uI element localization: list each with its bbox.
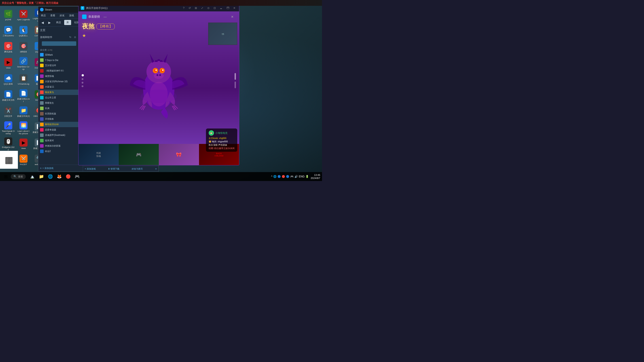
desktop-icon-0[interactable]: 🌿 pvZHE	[1, 7, 16, 23]
steam-window-title: Steam	[45, 8, 52, 11]
game-search-input[interactable]	[42, 41, 76, 46]
tray-icon-4[interactable]: 🔵	[286, 175, 289, 178]
tray-icon-1[interactable]: ^	[271, 175, 272, 178]
desktop-icon-15[interactable]: ▶ Veee	[1, 56, 16, 71]
clock-time: 13:46	[310, 173, 320, 177]
desktop-icon-25[interactable]: 📄 新建文本文档	[1, 88, 16, 104]
menu-store[interactable]: 商店	[40, 13, 47, 18]
refresh-btn[interactable]: ↻	[68, 35, 72, 39]
game-list-item-1[interactable]: 7 Days to Die	[38, 57, 83, 63]
download-btn[interactable]: ⬇ 管理下载	[108, 167, 120, 170]
desktop-icon-20[interactable]: ☁️ QQ云遊戏	[1, 72, 16, 88]
desktop-icon-10[interactable]: 🎯 腾讯游戏	[1, 40, 16, 55]
tencent-minimize-btn[interactable]: 🗕	[218, 6, 224, 10]
desktop-icon-6[interactable]: 🐧 QQ联系人	[16, 24, 31, 39]
game-list-item-16[interactable]: 猛兽派对	[38, 138, 83, 143]
tencent-box-btn[interactable]: ⊡	[212, 6, 217, 10]
reward-icon	[82, 14, 86, 19]
game-list-item-2[interactable]: 艾尔登法环	[38, 63, 83, 68]
tencent-refresh-btn[interactable]: ↺	[187, 6, 192, 10]
tab-library[interactable]: 库	[64, 20, 71, 25]
reward-close-btn[interactable]: ✕	[229, 14, 236, 19]
chat-text: 全天kook: xhg666 🐱 晚班: xhgpw666 枪女顶猫 声优甜妹 …	[209, 137, 234, 150]
tencent-expand-btn[interactable]: ⤢	[200, 6, 204, 10]
desktop-icon-35[interactable]: 🎤 TeamSpeak Overlay	[1, 120, 16, 136]
menu-view[interactable]: 查看	[50, 13, 56, 18]
expand-friends-btn[interactable]: +	[155, 167, 157, 170]
game-list-item-3[interactable]: 《暗黑破坏神® IV》	[38, 68, 83, 73]
tab-store[interactable]: 商店	[54, 20, 63, 25]
add-game-row[interactable]: + + 添加游戏	[38, 165, 83, 171]
taskbar-app-file-explorer[interactable]: 📁	[37, 173, 46, 181]
menu-games[interactable]: 游戏	[68, 13, 75, 18]
desktop-icon-26[interactable]: 📄 新建文档(1).txt	[16, 88, 31, 104]
game-list-item-10[interactable]: 饥渴	[38, 106, 83, 111]
settings-btn[interactable]: ⊙	[73, 35, 77, 39]
uncategorized-label: 未分类	[40, 48, 47, 52]
bottom-bar: + 添加游戏 ⬇ 管理下载 好友与群天 +	[83, 166, 158, 171]
add-game-footer-btn[interactable]: + 添加游戏	[85, 167, 96, 170]
game-list-item-8[interactable]: 过山车之星	[38, 95, 83, 100]
game-thumb-2[interactable]: 🎮	[119, 144, 159, 165]
tray-icon-3[interactable]: 🔴	[282, 175, 285, 178]
steam-tray-icon[interactable]: 🎮	[290, 175, 294, 178]
back-button[interactable]: ◀	[40, 20, 45, 25]
tencent-settings-btn[interactable]: ⊙	[206, 6, 211, 10]
desktop-icon-21[interactable]: 📋 VXGameLog	[16, 72, 31, 88]
desktop-icon-31[interactable]: 📁 新建文件夹(2)	[16, 104, 31, 120]
start-button[interactable]: ⊞	[2, 173, 10, 181]
dot-3[interactable]	[82, 82, 84, 84]
game-list-item-4[interactable]: 城堡惊魂	[38, 73, 83, 79]
forward-button[interactable]: ▶	[47, 20, 52, 25]
desktop-icon-36[interactable]: 🌅 Learn about this picture	[16, 120, 31, 136]
menu-friends[interactable]: 好友	[59, 13, 66, 18]
game-list-item-12[interactable]: 开营勤务	[38, 116, 83, 122]
game-list-item-18[interactable]: 命运2	[38, 149, 83, 154]
desktop-icon-40[interactable]: 🖱️ Endgame 2022	[1, 136, 16, 152]
desktop-icon-5[interactable]: 💬 三明治3MHz	[1, 24, 16, 39]
game-thumb-1[interactable]: 找迷惊魂	[78, 144, 119, 165]
taskbar-clock[interactable]: 13:46 2024/8/7	[310, 173, 320, 180]
tencent-grid-btn[interactable]: ⊞	[194, 6, 198, 10]
dot-2[interactable]	[82, 78, 84, 80]
desktop-icon-46[interactable]: ⚔️ FACEIT	[16, 152, 31, 168]
taskbar-app-firefox[interactable]: 🦊	[55, 173, 63, 181]
desktop-icon-11[interactable]: 🎯 3师猎杀	[16, 40, 31, 55]
game-thumb-3[interactable]: 🎀	[159, 144, 199, 165]
desktop-icon-1[interactable]: ⚔️ Apex Legends	[16, 7, 31, 23]
game-list-item-17[interactable]: 米德加尔的部落	[38, 143, 83, 149]
top-banner: 关注公众号「雪梨电竞」回复「三明治」抢万元现金	[0, 0, 322, 6]
game-list-item-13[interactable]: 黎明前20分钟	[38, 122, 83, 127]
taskbar-app-steam[interactable]: 🎮	[73, 173, 81, 181]
desktop-icon-41[interactable]: ▶ Veee	[16, 136, 31, 152]
desktop-icon-16[interactable]: 🔗 Seamless Co-op	[16, 56, 31, 71]
volume-icon[interactable]: 🔊	[294, 175, 298, 178]
search-icon: 🔍	[14, 175, 17, 178]
game-list-item-6[interactable]: 大富翁11	[38, 84, 83, 90]
game-list-item-14[interactable]: 恋爱单选题	[38, 127, 83, 132]
dot-4[interactable]	[82, 85, 84, 87]
taskbar-search[interactable]: 🔍 搜索	[11, 174, 26, 179]
dragon-svg	[125, 40, 192, 121]
game-list-item-5[interactable]: 大富翁10(Richman 10)	[38, 79, 83, 84]
taskbar-app-obs[interactable]: 🔴	[64, 173, 72, 181]
language-indicator[interactable]: ENG	[299, 175, 304, 178]
network-icon[interactable]: 🌐	[273, 175, 276, 178]
tencent-maximize-btn[interactable]: 🗖	[225, 6, 230, 10]
game-list-item-9[interactable]: 黑曜造生	[38, 100, 83, 106]
svg-marker-2	[150, 54, 154, 63]
game-list-item-15[interactable]: 灵魂面甲(Soulmask)	[38, 132, 83, 138]
taskbar-app-edge[interactable]: 🌐	[46, 173, 54, 181]
dot-1[interactable]	[82, 74, 84, 76]
tencent-help-btn[interactable]: ?	[182, 6, 186, 10]
desktop-icon-51[interactable]: 📊 WPS Office	[16, 168, 31, 170]
taskbar-app-explorer-bg[interactable]: 🏔️	[28, 173, 36, 181]
tray-icon-2[interactable]: 🔵	[278, 175, 281, 178]
tencent-close-btn[interactable]: ✕	[232, 6, 237, 10]
game-list-item-11[interactable]: 饥荒联机版	[38, 111, 83, 116]
friends-btn[interactable]: 好友与群天	[132, 167, 143, 170]
game-list-item-0[interactable]: 3DMark	[38, 52, 83, 57]
game-list-item-7[interactable]: 噬血复仇	[38, 90, 83, 95]
desktop-icon-30[interactable]: ✂️ 分割文件	[1, 104, 16, 120]
reward-min-btn[interactable]: —	[102, 14, 108, 19]
